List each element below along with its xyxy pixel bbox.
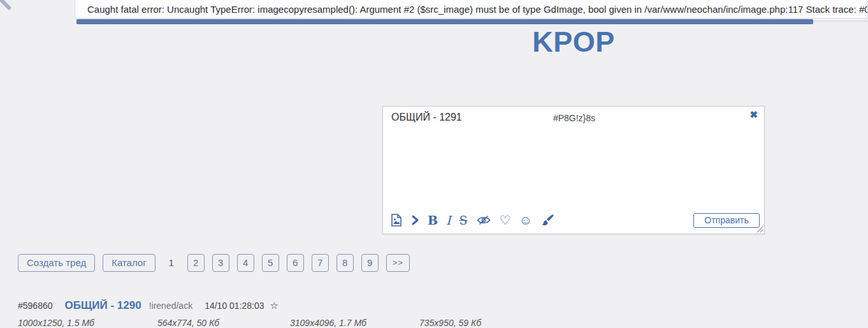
post-form: ОБЩИЙ - 1291 #P8G!z}8s ✖ B I S — [382, 106, 765, 234]
progress-bar-fill — [76, 19, 813, 24]
error-banner-text: Caught fatal error: Uncaught TypeError: … — [87, 4, 868, 15]
corner-streak-decoration — [0, 0, 11, 10]
submit-button[interactable]: Отправить — [693, 213, 760, 228]
post-timestamp: 14/10 01:28:03 — [205, 301, 264, 311]
paintbrush-icon[interactable] — [540, 214, 554, 227]
name-field[interactable]: #P8G!z}8s — [479, 113, 670, 123]
page-button-7[interactable]: 7 — [312, 254, 329, 272]
message-textarea[interactable] — [384, 128, 763, 209]
close-icon[interactable]: ✖ — [749, 109, 758, 121]
smiley-icon[interactable]: ☺ — [519, 213, 532, 227]
pagination: Создать тред Каталог 1 2 3 4 5 6 7 8 9 >… — [18, 253, 410, 272]
post-number-link[interactable]: #596860 — [18, 301, 53, 311]
page-button-5[interactable]: 5 — [262, 254, 279, 272]
file-info: 564x774, 50 Кб — [157, 318, 219, 328]
quote-chevron-icon[interactable] — [411, 214, 419, 227]
strikethrough-button[interactable]: S — [459, 213, 468, 227]
next-pages-button[interactable]: >> — [386, 254, 410, 272]
italic-button[interactable]: I — [446, 213, 451, 227]
bold-button[interactable]: B — [428, 213, 438, 227]
page-button-6[interactable]: 6 — [287, 254, 304, 272]
current-page-indicator: 1 — [163, 257, 180, 268]
page-button-4[interactable]: 4 — [237, 254, 254, 272]
spoiler-eye-icon[interactable] — [476, 214, 491, 226]
page-button-3[interactable]: 3 — [212, 254, 229, 272]
resize-handle[interactable] — [756, 226, 763, 233]
error-banner: Caught fatal error: Uncaught TypeError: … — [75, 0, 868, 19]
page-button-2[interactable]: 2 — [187, 254, 205, 272]
format-toolbar: B I S ♡ ☺ — [390, 212, 554, 228]
board-title: KPOP — [382, 26, 765, 59]
page-button-9[interactable]: 9 — [361, 254, 379, 272]
heart-icon[interactable]: ♡ — [500, 213, 511, 227]
create-thread-button[interactable]: Создать тред — [18, 254, 95, 272]
subject-field[interactable]: ОБЩИЙ - 1291 — [391, 112, 462, 123]
page-button-8[interactable]: 8 — [336, 254, 354, 272]
attach-image-icon[interactable] — [390, 213, 403, 227]
file-info: 735x950, 59 Кб — [419, 318, 481, 328]
page: Caught fatal error: Uncaught TypeError: … — [0, 0, 868, 328]
file-info: 1000x1250, 1.5 Мб — [18, 318, 94, 328]
thread-subject: ОБЩИЙ - 1290 — [65, 299, 141, 312]
thread-header: #596860 ОБЩИЙ - 1290 !irened/ack 14/10 0… — [18, 299, 278, 312]
poster-tripcode: !irened/ack — [149, 301, 192, 311]
catalog-button[interactable]: Каталог — [103, 254, 156, 272]
star-icon[interactable]: ☆ — [270, 300, 278, 311]
file-info: 3109x4096, 1.7 Мб — [290, 318, 366, 328]
